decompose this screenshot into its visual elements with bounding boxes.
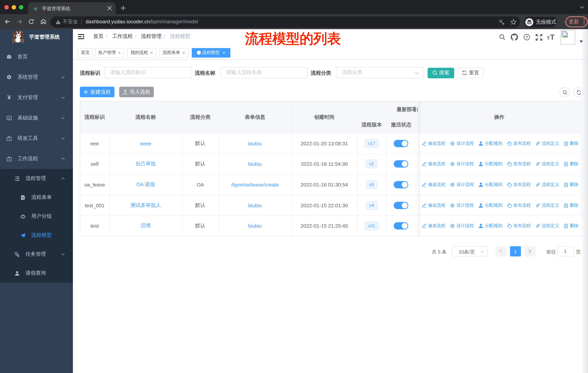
svg-text:T: T (547, 35, 550, 41)
svg-text:T: T (550, 33, 555, 41)
svg-text:?: ? (525, 35, 528, 40)
